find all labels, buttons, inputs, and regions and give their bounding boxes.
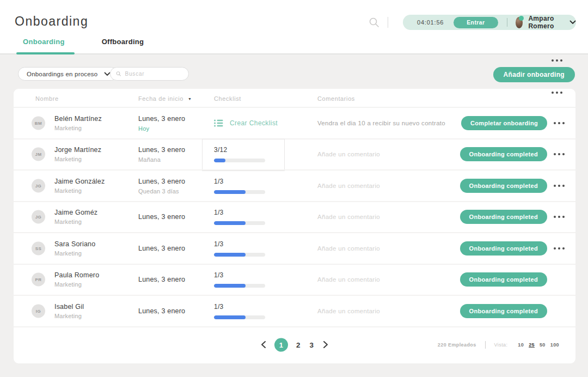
avatar: SS bbox=[32, 241, 45, 255]
employee-count: 220 Empleados bbox=[438, 342, 476, 348]
checklist-progress[interactable]: 1/3 bbox=[214, 303, 265, 319]
comment-cell[interactable]: Añade un comentario bbox=[317, 276, 380, 283]
create-checklist-label: Crear Checklist bbox=[230, 119, 278, 127]
create-checklist-link[interactable]: Crear Checklist bbox=[214, 119, 278, 127]
progress-bar-fill bbox=[214, 190, 246, 194]
comment-cell[interactable]: Añade un comentario bbox=[317, 151, 380, 157]
tab-onboarding[interactable]: Onboarding bbox=[20, 38, 68, 53]
status-filter-dropdown[interactable]: Onboardings en proceso bbox=[18, 67, 118, 81]
column-header-start-date[interactable]: Fecha de inicio▼ bbox=[138, 95, 192, 102]
page-button-1[interactable]: 1 bbox=[274, 338, 288, 351]
header-divider bbox=[388, 17, 388, 28]
start-date: Lunes, 3 enero bbox=[138, 307, 185, 315]
tab-bar: Onboarding Offboarding bbox=[20, 38, 177, 53]
checklist-count: 1/3 bbox=[214, 178, 265, 185]
avatar: JG bbox=[32, 179, 45, 192]
checklist-progress[interactable]: 1/3 bbox=[214, 240, 265, 257]
table-options-menu-icon[interactable] bbox=[549, 89, 565, 96]
progress-bar-fill bbox=[214, 315, 246, 319]
table-body: BM Belén Martínez Marketing Lunes, 3 ene… bbox=[14, 107, 575, 326]
progress-bar-track bbox=[214, 221, 265, 225]
table-row[interactable]: IG Isabel Gil Marketing Lunes, 3 enero bbox=[14, 295, 575, 326]
employee-department: Marketing bbox=[54, 281, 99, 288]
start-date-note: Mañana bbox=[138, 156, 185, 163]
start-date-cell: Lunes, 3 enero bbox=[138, 307, 185, 315]
checklist-cell: 1/3 1/3 bbox=[214, 240, 265, 257]
checklist-cell: 1/3 1/3 bbox=[214, 178, 265, 194]
list-options-menu-icon[interactable] bbox=[549, 57, 565, 64]
row-action-button[interactable]: Onboarding completed bbox=[460, 272, 547, 287]
progress-bar-fill bbox=[214, 284, 246, 288]
start-date-cell: Lunes, 3 enero Mañana bbox=[138, 146, 185, 163]
start-date-note: Quedan 3 días bbox=[138, 187, 185, 194]
view-option-100[interactable]: 100 bbox=[550, 342, 559, 348]
search-input[interactable] bbox=[125, 71, 183, 77]
table-footer: 1 2 3 220 Empleados Vista: 10 25 50 100 bbox=[14, 326, 575, 362]
column-header-checklist: Checklist bbox=[214, 95, 241, 102]
avatar: PR bbox=[32, 273, 45, 287]
avatar: IG bbox=[32, 304, 45, 318]
employee-name: Paula Romero bbox=[54, 271, 99, 279]
row-menu-icon[interactable] bbox=[552, 183, 567, 189]
view-option-25[interactable]: 25 bbox=[529, 342, 535, 348]
checklist-progress[interactable]: 1/3 bbox=[214, 178, 265, 194]
start-date: Lunes, 3 enero bbox=[138, 276, 185, 283]
add-onboarding-button[interactable]: Añadir onboarding bbox=[493, 67, 575, 82]
start-date: Lunes, 3 enero bbox=[138, 146, 185, 154]
progress-bar-fill bbox=[214, 159, 225, 162]
row-action-button[interactable]: Onboarding completed bbox=[460, 147, 547, 161]
table-row[interactable]: PR Paula Romero Marketing Lunes, 3 enero bbox=[14, 264, 575, 295]
row-action-button[interactable]: Onboarding completed bbox=[460, 210, 547, 224]
page-button-3[interactable]: 3 bbox=[309, 340, 315, 349]
table-row[interactable]: JG Jaime Goméz Marketing Lunes, 3 enero bbox=[14, 201, 575, 233]
start-date-cell: Lunes, 3 enero bbox=[138, 213, 185, 221]
employee-name-cell: Jorge Martínez Marketing bbox=[54, 146, 101, 162]
checklist-count: 1/3 bbox=[214, 240, 265, 248]
row-menu-icon[interactable] bbox=[552, 245, 567, 252]
filter-bar: Onboardings en proceso Añadir onboarding bbox=[0, 54, 588, 89]
progress-bar-track bbox=[214, 284, 265, 288]
table-row[interactable]: SS Sara Soriano Marketing Lunes, 3 enero bbox=[14, 232, 575, 264]
progress-bar-fill bbox=[214, 253, 246, 257]
start-date: Lunes, 3 enero bbox=[138, 177, 185, 185]
comment-cell[interactable]: Vendra el dia 10 a recibir su nuevo cont… bbox=[317, 120, 445, 126]
chevron-down-icon[interactable] bbox=[569, 20, 576, 25]
checklist-cell: 1/3 1/3 bbox=[214, 303, 265, 319]
tab-offboarding[interactable]: Offboarding bbox=[99, 38, 148, 53]
row-action-button[interactable]: Onboarding completed bbox=[460, 304, 547, 318]
user-name[interactable]: Amparo Romero bbox=[528, 15, 562, 30]
footer-divider bbox=[485, 341, 486, 349]
page-button-2[interactable]: 2 bbox=[295, 340, 302, 349]
row-action-button[interactable]: Onboarding completed bbox=[460, 241, 547, 256]
employee-name: Jaime Goméz bbox=[54, 209, 97, 216]
employee-department: Marketing bbox=[54, 156, 101, 162]
view-option-10[interactable]: 10 bbox=[518, 342, 524, 348]
row-action-button[interactable]: Completar onboarding bbox=[461, 116, 547, 130]
comment-cell[interactable]: Añade un comentario bbox=[317, 214, 380, 220]
checklist-progress[interactable]: 3/12 bbox=[214, 146, 265, 162]
clock-in-button[interactable]: Entrar bbox=[454, 17, 498, 28]
checklist-progress[interactable]: 1/3 bbox=[214, 209, 265, 225]
checklist-cell: Crear Checklist Crear Checklist bbox=[214, 119, 278, 127]
row-menu-icon[interactable] bbox=[552, 214, 567, 220]
page-title: Onboarding bbox=[15, 14, 88, 29]
row-action-button[interactable]: Onboarding completed bbox=[460, 179, 547, 193]
sort-descending-icon[interactable]: ▼ bbox=[188, 97, 192, 101]
view-label: Vista: bbox=[494, 342, 508, 348]
search-icon[interactable] bbox=[369, 17, 379, 28]
comment-cell[interactable]: Añade un comentario bbox=[317, 245, 380, 252]
row-menu-icon[interactable] bbox=[552, 151, 567, 157]
checklist-cell: 3/12 3/12 bbox=[214, 146, 265, 162]
comment-cell[interactable]: Añade un comentario bbox=[317, 308, 380, 314]
view-option-50[interactable]: 50 bbox=[540, 342, 546, 348]
user-avatar[interactable] bbox=[516, 17, 523, 28]
start-date-cell: Lunes, 3 enero bbox=[138, 245, 185, 252]
previous-page-icon[interactable] bbox=[260, 340, 267, 350]
table-row[interactable]: JM Jorge Martínez Marketing Lunes, 3 ene… bbox=[14, 138, 575, 170]
checklist-progress[interactable]: 1/3 bbox=[214, 271, 265, 288]
comment-cell[interactable]: Añade un comentario bbox=[317, 183, 380, 189]
table-row[interactable]: JG Jaime González Marketing Lunes, 3 ene… bbox=[14, 169, 575, 201]
next-page-icon[interactable] bbox=[322, 340, 329, 350]
row-menu-icon[interactable] bbox=[552, 120, 567, 126]
table-row[interactable]: BM Belén Martínez Marketing Lunes, 3 ene… bbox=[14, 107, 575, 138]
